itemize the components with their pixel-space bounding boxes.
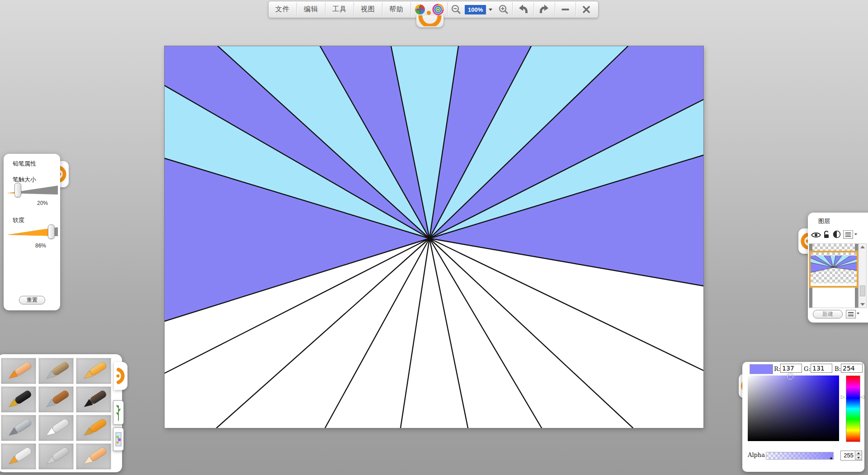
tools-panel-handle[interactable] — [114, 362, 127, 390]
hue-marker-right: ◁ — [860, 394, 864, 399]
pencil-panel-title: 铅笔属性 — [13, 160, 36, 168]
softness-slider[interactable] — [7, 224, 58, 238]
layer-visibility-button[interactable] — [811, 231, 821, 239]
blue-input[interactable] — [841, 364, 863, 373]
crayon-tool-icon — [79, 360, 108, 382]
alpha-spinner: 255 — [840, 451, 862, 461]
hue-marker-left: ▷ — [841, 394, 844, 399]
scroll-down-arrow[interactable] — [860, 303, 865, 306]
scrollbar-thumb[interactable] — [860, 285, 865, 296]
fountain-pen-tool[interactable] — [1, 386, 36, 413]
brush-size-value: 20% — [30, 200, 48, 206]
ink-brush-tool-icon — [79, 388, 108, 411]
blue-label: B: — [835, 366, 841, 372]
layers-panel: 图层 新建 — [808, 213, 868, 323]
paint-tube-tool-icon — [4, 445, 33, 468]
layers-panel-title: 图层 — [818, 217, 830, 225]
alpha-down-button[interactable] — [855, 456, 862, 460]
fountain-pen-tool-icon — [4, 388, 33, 411]
sv-cursor[interactable] — [787, 373, 793, 380]
pencil-properties-panel: 铅笔属性 笔触大小 20% 软度 86% 重置 — [4, 154, 60, 310]
alpha-bar[interactable] — [766, 452, 834, 460]
roller-tool[interactable] — [76, 415, 111, 441]
eraser-tool[interactable] — [76, 443, 111, 470]
hue-bar[interactable] — [846, 375, 860, 442]
layer-menu-caret[interactable] — [854, 233, 857, 235]
layer-item-selected[interactable] — [809, 251, 858, 287]
layer-list-menu-button[interactable] — [846, 310, 856, 318]
airbrush-tool-icon — [4, 417, 33, 439]
orange-smile-icon — [418, 15, 442, 26]
layer-opacity-button[interactable] — [832, 230, 841, 239]
texture-stamp-button[interactable] — [113, 428, 124, 451]
zoom-dropdown-caret[interactable] — [489, 9, 492, 11]
alpha-label: Alpha — [748, 451, 765, 458]
layer-item-white[interactable] — [809, 287, 858, 308]
new-layer-button[interactable]: 新建 — [813, 310, 843, 318]
picture-icon — [115, 431, 122, 448]
layer-item-partial[interactable] — [809, 244, 858, 251]
green-label: G: — [804, 366, 811, 372]
softness-thumb[interactable] — [48, 224, 55, 239]
zoom-out-button[interactable] — [448, 1, 465, 18]
ink-brush-tool[interactable] — [76, 386, 111, 413]
tools-grid — [1, 358, 119, 470]
airbrush-tool[interactable] — [1, 415, 36, 441]
menu-tools[interactable]: 工具 — [326, 1, 354, 18]
current-color-swatch — [750, 364, 773, 374]
pastel-tool[interactable] — [38, 358, 74, 384]
pencil-tool[interactable] — [1, 358, 36, 384]
eraser-tool-icon — [79, 445, 108, 468]
menu-file[interactable]: 文件 — [269, 1, 297, 18]
zoom-in-button[interactable] — [495, 1, 512, 18]
unlocked-padlock-icon — [823, 230, 830, 239]
reset-button[interactable]: 重置 — [19, 296, 45, 304]
layer-list-menu-caret[interactable] — [857, 313, 859, 314]
menu-view[interactable]: 视图 — [354, 1, 382, 18]
close-button[interactable] — [576, 1, 597, 18]
toolbar-drag-handle[interactable] — [416, 15, 444, 28]
eye-icon — [811, 232, 821, 238]
orange-crescent-icon — [115, 367, 126, 385]
brush-size-thumb[interactable] — [14, 183, 21, 197]
minimize-button[interactable] — [555, 1, 576, 18]
layer-thumbnail — [811, 252, 857, 283]
pastel-tool-icon — [41, 360, 71, 382]
red-label: R: — [774, 366, 780, 372]
slider-fill — [7, 224, 51, 238]
menu-edit[interactable]: 编辑 — [297, 1, 325, 18]
layer-list-scrollbar[interactable] — [859, 243, 867, 308]
layer-blend-menu-button[interactable] — [843, 230, 853, 239]
tools-palette-panel — [0, 354, 122, 472]
alpha-value[interactable]: 255 — [841, 451, 855, 460]
brush-size-slider[interactable] — [7, 183, 58, 196]
saturation-value-square[interactable] — [748, 375, 839, 441]
half-circle-icon — [833, 230, 841, 238]
plant-stamp-button[interactable] — [113, 400, 124, 425]
smudge-knife-tool[interactable] — [38, 443, 74, 470]
roller-tool-icon — [79, 417, 108, 439]
crayon-tool[interactable] — [76, 358, 111, 384]
softness-label: 软度 — [13, 216, 24, 224]
flat-brush-tool-icon — [41, 388, 71, 411]
zoom-level-value[interactable]: 100% — [465, 5, 486, 14]
undo-button[interactable] — [513, 1, 533, 18]
redo-button[interactable] — [534, 1, 555, 18]
smudge-knife-tool-icon — [41, 445, 71, 468]
layer-lock-button[interactable] — [822, 230, 830, 239]
paint-tube-tool[interactable] — [1, 443, 36, 470]
pencil-tool-icon — [4, 360, 33, 382]
app-root: { "toolbar": { "menus": [ {"label": "文件"… — [0, 0, 868, 475]
orange-dot-icon — [427, 11, 431, 15]
menu-help[interactable]: 帮助 — [382, 1, 410, 18]
layer-list — [809, 243, 859, 308]
alpha-up-button[interactable] — [855, 451, 862, 456]
green-input[interactable] — [811, 364, 832, 373]
red-input[interactable] — [780, 364, 802, 373]
palette-knife-tool-icon — [41, 417, 71, 439]
alpha-marker[interactable]: ▲ — [829, 456, 833, 460]
drawing-canvas[interactable] — [165, 46, 703, 428]
flat-brush-tool[interactable] — [38, 386, 74, 413]
scroll-up-arrow[interactable] — [860, 246, 865, 248]
palette-knife-tool[interactable] — [38, 415, 74, 441]
